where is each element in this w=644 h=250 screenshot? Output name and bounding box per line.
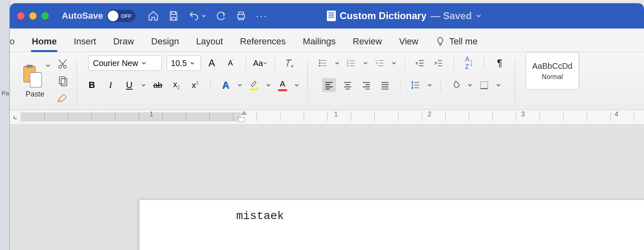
font-color-button[interactable]: A [276,78,289,92]
font-color-swatch [278,89,287,91]
font-size-value: 10.5 [171,59,187,68]
subscript-button[interactable]: x2 [170,78,183,92]
styles-gallery[interactable]: AaBbCcDd Normal [526,52,579,90]
style-tile-normal[interactable]: AaBbCcDd Normal [526,53,579,89]
borders-dropdown-icon[interactable] [496,83,501,88]
home-icon[interactable] [148,10,159,22]
highlight-dropdown-icon[interactable] [266,83,271,88]
autosave-label: AutoSave [62,11,103,21]
font-size-dropdown[interactable]: 10.5 [167,55,201,71]
bullet-list-button[interactable] [316,56,330,70]
tell-me-search[interactable]: Tell me [433,31,480,52]
document-body-text[interactable]: mistaek [236,210,284,222]
first-line-indent-marker[interactable] [241,111,247,115]
more-icon[interactable]: ··· [256,10,268,22]
autosave-control[interactable]: AutoSave OFF [62,10,135,22]
line-spacing-button[interactable] [409,78,422,92]
align-right-button[interactable] [359,78,373,92]
change-case-button[interactable]: Aa [253,56,267,70]
style-preview-text: AaBbCcDd [532,61,572,71]
font-name-value: Courier New [93,59,138,68]
document-page[interactable]: mistaek [139,200,644,250]
chevron-down-icon [190,61,195,66]
strikethrough-button[interactable]: ab [151,78,165,92]
tab-selector-button[interactable] [10,110,21,124]
minimize-window-button[interactable] [29,12,37,20]
partial-text: Pa [2,90,9,96]
line-spacing-dropdown-icon[interactable] [427,83,432,88]
font-color-dropdown-icon[interactable] [294,83,299,88]
justify-button[interactable] [378,78,392,92]
horizontal-ruler[interactable]: 11234 [21,110,644,124]
italic-button[interactable]: I [104,78,117,92]
bullet-dropdown-icon[interactable] [335,61,339,66]
borders-button[interactable] [477,78,491,92]
shading-button[interactable] [449,78,463,92]
chevron-down-icon [141,61,146,66]
tab-view[interactable]: View [397,31,421,52]
svg-rect-3 [30,72,41,87]
decrease-font-size-button[interactable]: Aˇ [224,56,238,70]
tab-insert[interactable]: Insert [71,31,98,52]
tab-draw[interactable]: Draw [111,31,136,52]
align-center-button[interactable] [341,78,355,92]
tab-partial-o[interactable]: o [10,31,17,52]
hanging-indent-marker[interactable] [238,117,245,122]
show-marks-button[interactable]: ¶ [493,56,507,70]
decrease-indent-button[interactable] [413,56,427,70]
document-icon [327,11,336,21]
clipboard-group: Paste [14,52,74,110]
lightbulb-icon [435,37,445,46]
save-icon[interactable] [168,10,179,22]
tab-layout[interactable]: Layout [194,31,225,52]
tab-references[interactable]: References [237,31,288,52]
svg-point-9 [319,62,320,64]
highlight-button[interactable] [247,78,261,92]
tab-home[interactable]: Home [29,31,59,52]
undo-dropdown-icon[interactable] [201,13,206,18]
multilevel-list-button[interactable]: 1a [373,56,387,70]
clear-formatting-button[interactable] [282,56,296,70]
undo-icon[interactable] [188,10,200,22]
format-painter-icon[interactable] [57,92,68,104]
text-effects-dropdown-icon[interactable] [237,83,242,88]
increase-indent-button[interactable] [432,56,446,70]
tell-me-label: Tell me [449,36,478,47]
close-window-button[interactable] [17,12,24,20]
toggle-knob [108,11,118,21]
numbered-list-button[interactable]: 123 [344,56,358,70]
tab-design[interactable]: Design [149,31,181,52]
bold-button[interactable]: B [85,78,99,92]
text-effects-button[interactable]: A [219,78,233,92]
increase-font-size-button[interactable]: Aˆ [206,56,220,70]
ruler-number: 1 [150,111,153,118]
paste-label: Paste [26,90,44,99]
autosave-state: OFF [121,13,131,19]
svg-text:a: a [376,61,378,64]
background-window: Pa [0,0,10,250]
ruler-number: 3 [521,111,525,118]
underline-button[interactable]: U [122,78,136,92]
tab-review[interactable]: Review [350,31,385,52]
autosave-toggle[interactable]: OFF [107,10,135,22]
highlight-color-swatch [250,88,259,90]
title-dropdown-icon[interactable] [476,13,481,19]
numbered-dropdown-icon[interactable] [363,61,368,66]
sort-button[interactable]: AZ [462,56,476,70]
ruler-number: 1 [334,111,338,118]
superscript-button[interactable]: x2 [188,78,202,92]
multilevel-dropdown-icon[interactable] [392,61,396,66]
align-left-button[interactable] [322,78,336,92]
fullscreen-window-button[interactable] [41,12,49,20]
shading-dropdown-icon[interactable] [468,83,472,88]
tab-mailings[interactable]: Mailings [300,31,338,52]
copy-icon[interactable] [57,75,68,87]
font-name-dropdown[interactable]: Courier New [89,55,162,71]
title-bar: AutoSave OFF ··· Custom Dictionary — Sav… [10,3,644,29]
cut-icon[interactable] [57,58,68,70]
underline-dropdown-icon[interactable] [141,83,146,88]
print-icon[interactable] [235,10,247,22]
redo-icon[interactable] [215,10,226,22]
paste-dropdown-icon[interactable] [46,63,50,68]
paste-icon[interactable] [20,63,45,88]
